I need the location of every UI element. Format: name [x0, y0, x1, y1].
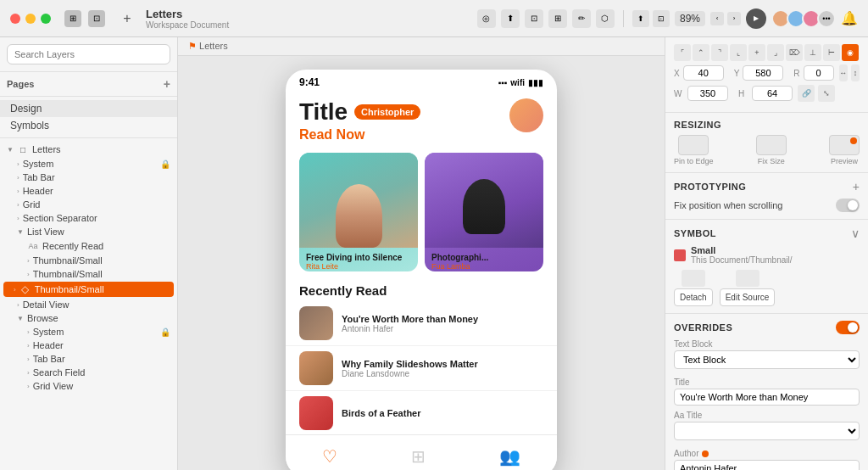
- layer-header-2[interactable]: › Header: [0, 339, 177, 352]
- text-block-select[interactable]: Text Block: [674, 350, 860, 369]
- layer-section-separator[interactable]: › Section Separator: [0, 211, 177, 225]
- card-author-1: Rita Leite: [306, 262, 411, 271]
- layer-list-view[interactable]: ▼ List View: [0, 225, 177, 238]
- preview-option[interactable]: Preview: [829, 135, 860, 165]
- add-button[interactable]: +: [119, 10, 136, 27]
- w-input[interactable]: [687, 86, 728, 101]
- lock-aspect-icon[interactable]: 🔗: [798, 85, 815, 102]
- layer-tab-bar-1[interactable]: › Tab Bar: [0, 171, 177, 184]
- layer-system-1[interactable]: › System 🔒: [0, 157, 177, 171]
- layer-detail-view[interactable]: › Detail View: [0, 298, 177, 311]
- align-tc[interactable]: ⌃: [693, 44, 709, 61]
- layer-thumb-1[interactable]: › Thumbnail/Small: [0, 254, 177, 267]
- tool-icon-5[interactable]: ✏: [572, 9, 591, 28]
- lock-icon: 🔒: [160, 159, 170, 169]
- align-br[interactable]: ⊢: [823, 44, 840, 61]
- tab-people[interactable]: 👥: [499, 446, 520, 467]
- notification-icon[interactable]: 🔔: [841, 10, 858, 26]
- resizing-options: Pin to Edge Fix Size Preview: [674, 135, 860, 165]
- detach-option[interactable]: Detach: [674, 270, 713, 306]
- layer-search-field[interactable]: › Search Field: [0, 366, 177, 379]
- page-symbols[interactable]: Symbols: [0, 117, 177, 134]
- align-bl[interactable]: ⌦: [786, 44, 803, 61]
- layer-grid[interactable]: › Grid: [0, 198, 177, 211]
- tool-icon-1[interactable]: ◎: [477, 9, 496, 28]
- tab-home[interactable]: ♡: [322, 446, 337, 467]
- resize-mode-icon[interactable]: ⤡: [818, 85, 835, 102]
- book-card-1[interactable]: Free Diving into Silence Rita Leite: [299, 153, 418, 271]
- flip-v-icon[interactable]: ↕: [851, 64, 860, 81]
- list-item-2[interactable]: Why Family Slideshows Matter Diane Lansd…: [286, 346, 557, 391]
- add-page-button[interactable]: +: [164, 77, 170, 91]
- chevron-icon: ›: [17, 201, 19, 209]
- edit-source-option[interactable]: Edit Source: [720, 270, 776, 306]
- tool-icon-3[interactable]: ⊡: [525, 9, 543, 28]
- h-input[interactable]: [752, 86, 793, 101]
- search-input[interactable]: [7, 44, 170, 64]
- layers-section: ▼ □ Letters › System 🔒 › Tab Bar › Heade…: [0, 138, 177, 470]
- layer-browse[interactable]: ▼ Browse: [0, 311, 177, 325]
- grid-icon[interactable]: ⊞: [64, 10, 81, 27]
- more-avatars[interactable]: •••: [817, 9, 836, 28]
- x-input[interactable]: [683, 65, 724, 81]
- aa-title-select[interactable]: [674, 422, 860, 440]
- list-item-1[interactable]: You're Worth More than Money Antonin Haf…: [286, 301, 557, 346]
- symbol-color-swatch: [674, 249, 686, 261]
- card-info-2: Photographi... Fua Lamba: [425, 248, 543, 271]
- layer-thumb-2[interactable]: › Thumbnail/Small: [0, 267, 177, 281]
- zoom-level[interactable]: 89%: [675, 11, 705, 26]
- align-tr[interactable]: ⌝: [711, 44, 728, 61]
- status-bar: 9:41 ▪▪▪ wifi ▮▮▮: [286, 70, 557, 92]
- layer-header-1[interactable]: › Header: [0, 184, 177, 198]
- layout-icon[interactable]: ⊡: [88, 10, 105, 27]
- chevron-icon: ▼: [7, 146, 14, 154]
- layer-recently-read[interactable]: Aa Recently Read: [0, 238, 177, 254]
- page-design[interactable]: Design: [0, 100, 177, 117]
- zoom-fwd-icon[interactable]: ›: [727, 12, 741, 25]
- tab-grid[interactable]: ⊞: [411, 446, 426, 467]
- canvas-content[interactable]: 9:41 ▪▪▪ wifi ▮▮▮ Title Christopher Read…: [178, 56, 665, 470]
- close-button[interactable]: [10, 14, 20, 24]
- tool-icon-6[interactable]: ⬡: [596, 9, 615, 28]
- align-ml[interactable]: ⌞: [730, 44, 747, 61]
- fullscreen-button[interactable]: [41, 14, 51, 24]
- play-button[interactable]: ▶: [746, 8, 766, 29]
- zoom-back-icon[interactable]: ‹: [710, 12, 724, 25]
- pin-to-edge-option[interactable]: Pin to Edge: [674, 135, 714, 165]
- fix-position-toggle[interactable]: [836, 199, 860, 212]
- author-input[interactable]: [674, 460, 860, 470]
- align-tl[interactable]: ⌜: [674, 44, 691, 61]
- list-item-3[interactable]: Birds of a Feather: [286, 391, 557, 436]
- align-mr[interactable]: ⌟: [767, 44, 784, 61]
- book-card-2[interactable]: Photographi... Fua Lamba: [425, 153, 543, 271]
- align-bc[interactable]: ⊥: [804, 44, 821, 61]
- flip-h-icon[interactable]: ↔: [839, 64, 848, 81]
- share-icon[interactable]: ⬆: [632, 10, 649, 27]
- layer-letters[interactable]: ▼ □ Letters: [0, 142, 177, 157]
- edit-source-label[interactable]: Edit Source: [720, 288, 776, 306]
- y-input[interactable]: [743, 65, 783, 81]
- tool-icon-4[interactable]: ⊞: [548, 9, 567, 28]
- layer-grid-view[interactable]: › Grid View: [0, 379, 177, 393]
- pages-label: Pages: [7, 79, 34, 89]
- resizing-title: RESIZING: [674, 120, 721, 130]
- align-mc[interactable]: +: [748, 44, 765, 61]
- fix-size-option[interactable]: Fix Size: [756, 135, 787, 165]
- symbol-expand[interactable]: ∨: [851, 227, 860, 240]
- layer-system-2[interactable]: › System 🔒: [0, 325, 177, 339]
- overrides-toggle[interactable]: [836, 321, 860, 334]
- tool-icon-2[interactable]: ⬆: [501, 9, 520, 28]
- author-row: Author: [674, 449, 860, 470]
- prototyping-add[interactable]: +: [853, 180, 860, 193]
- mirror-icon[interactable]: ⊡: [653, 10, 670, 27]
- detach-label[interactable]: Detach: [674, 288, 713, 306]
- title-input[interactable]: [674, 389, 860, 406]
- minimize-button[interactable]: [25, 14, 36, 24]
- layer-tab-bar-2[interactable]: › Tab Bar: [0, 352, 177, 366]
- r-input[interactable]: [804, 65, 834, 81]
- align-active[interactable]: ◉: [842, 44, 859, 61]
- layer-thumb-3-active[interactable]: › ◇ Thumbnail/Small: [3, 282, 174, 297]
- pages-section: Pages +: [0, 72, 177, 97]
- battery-icon: ▮▮▮: [528, 78, 543, 87]
- document-subtitle: Workspace Document: [146, 20, 470, 30]
